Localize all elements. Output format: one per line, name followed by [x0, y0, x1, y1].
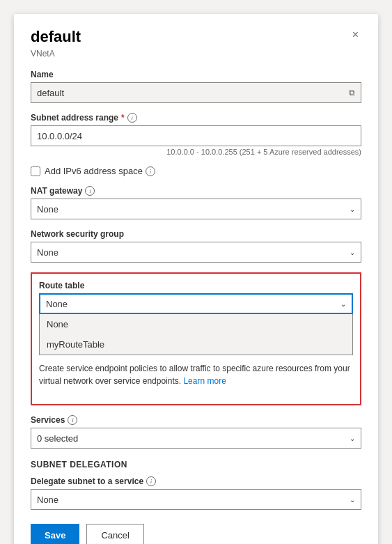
subnet-input[interactable]: [31, 125, 361, 146]
delegate-dropdown[interactable]: None ⌄: [31, 489, 361, 510]
name-input-wrapper: default ⧉: [31, 82, 361, 103]
ipv6-info-icon[interactable]: i: [146, 166, 155, 176]
copy-icon[interactable]: ⧉: [349, 88, 355, 98]
delegate-value: None: [37, 495, 58, 505]
panel-subtitle: VNetA: [31, 49, 361, 59]
delegate-chevron-icon: ⌄: [350, 496, 355, 504]
subnet-info-icon[interactable]: i: [127, 113, 137, 123]
endpoint-text: Create service endpoint policies to allo…: [39, 362, 353, 394]
nsg-value: None: [37, 247, 58, 258]
services-info-icon[interactable]: i: [68, 415, 77, 425]
save-button[interactable]: Save: [31, 524, 79, 544]
ipv6-checkbox[interactable]: [31, 166, 40, 176]
services-value: 0 selected: [37, 433, 78, 444]
nsg-chevron-icon: ⌄: [350, 249, 355, 256]
nat-chevron-icon: ⌄: [350, 205, 355, 213]
cancel-button[interactable]: Cancel: [86, 524, 143, 544]
delegation-heading: SUBNET DELEGATION: [31, 460, 361, 469]
route-table-value: None: [46, 299, 68, 309]
learn-more-link[interactable]: Learn more: [183, 376, 226, 386]
services-label: Services i: [31, 415, 361, 425]
panel-header: default ×: [31, 28, 361, 46]
route-table-dropdown[interactable]: None ⌄: [39, 293, 353, 314]
nat-label: NAT gateway i: [31, 186, 361, 196]
route-option-none[interactable]: None: [40, 314, 352, 334]
nsg-label: Network security group: [31, 229, 361, 239]
nat-dropdown[interactable]: None ⌄: [31, 199, 361, 219]
services-chevron-icon: ⌄: [350, 435, 355, 442]
name-field-group: Name default ⧉: [31, 70, 361, 103]
subnet-address-field-group: Subnet address range * i 10.0.0.0 - 10.0…: [31, 113, 361, 156]
route-table-label: Route table: [39, 281, 353, 290]
subnet-edit-panel: default × VNetA Name default ⧉ Subnet ad…: [14, 14, 378, 544]
route-table-options: None myRouteTable: [39, 314, 353, 355]
route-table-section: Route table None ⌄ None myRouteTable Cre…: [31, 272, 361, 405]
services-dropdown[interactable]: 0 selected ⌄: [31, 428, 361, 449]
name-value: default: [37, 88, 64, 98]
footer: Save Cancel: [31, 524, 361, 544]
delegate-label: Delegate subnet to a service i: [31, 476, 361, 486]
nat-info-icon[interactable]: i: [85, 186, 95, 196]
close-button[interactable]: ×: [350, 28, 361, 42]
required-indicator: *: [121, 113, 125, 123]
nat-value: None: [37, 204, 58, 215]
nsg-field-group: Network security group None ⌄: [31, 229, 361, 263]
subnet-hint: 10.0.0.0 - 10.0.0.255 (251 + 5 Azure res…: [31, 148, 361, 156]
services-field-group: Services i 0 selected ⌄: [31, 415, 361, 449]
delegate-info-icon[interactable]: i: [146, 476, 156, 486]
subnet-label: Subnet address range * i: [31, 113, 361, 123]
nat-field-group: NAT gateway i None ⌄: [31, 186, 361, 219]
panel-title: default: [31, 28, 81, 46]
ipv6-label: Add IPv6 address space i: [45, 166, 155, 176]
ipv6-checkbox-row: Add IPv6 address space i: [31, 166, 361, 176]
route-table-inner: Route table None ⌄ None myRouteTable: [39, 281, 353, 355]
delegate-field-group: Delegate subnet to a service i None ⌄: [31, 476, 361, 510]
subnet-address-input[interactable]: [37, 131, 355, 141]
nsg-dropdown[interactable]: None ⌄: [31, 242, 361, 263]
route-table-chevron-icon: ⌄: [340, 300, 346, 308]
name-label: Name: [31, 70, 361, 79]
route-option-myRouteTable[interactable]: myRouteTable: [40, 334, 352, 355]
